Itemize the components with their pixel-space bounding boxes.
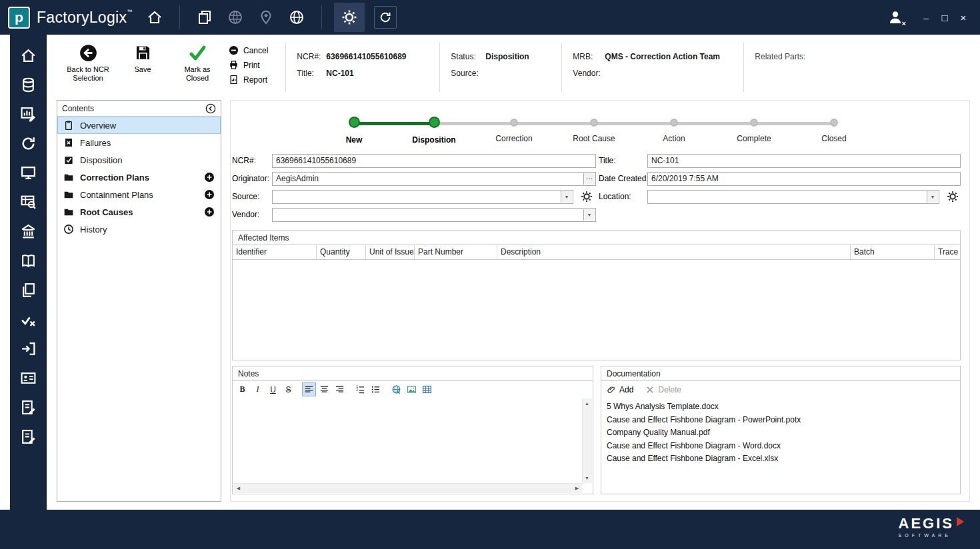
- ncr-input[interactable]: 636966141055610689: [272, 154, 596, 168]
- save-icon: [134, 43, 152, 63]
- location-pin-icon[interactable]: [255, 6, 277, 29]
- contents-item-history[interactable]: History: [57, 221, 221, 238]
- close-button[interactable]: ×: [956, 9, 971, 26]
- web-globe-icon[interactable]: [285, 6, 308, 29]
- delete-x-icon: [645, 385, 655, 394]
- column-quantity[interactable]: Quantity: [317, 245, 366, 259]
- originator-input[interactable]: AegisAdmin…: [272, 172, 596, 186]
- add-containment-plan-button[interactable]: [204, 189, 215, 200]
- network-globe-icon[interactable]: [224, 6, 247, 29]
- add-document-button[interactable]: Add: [607, 385, 633, 394]
- table-icon[interactable]: [420, 382, 434, 396]
- collapse-panel-icon[interactable]: [205, 103, 216, 114]
- sidebar-monitor-icon[interactable]: [19, 164, 39, 182]
- underline-button[interactable]: U: [266, 382, 280, 396]
- date-created-input[interactable]: 6/20/2019 7:55 AM: [647, 172, 961, 186]
- location-dropdown[interactable]: ▼: [647, 190, 939, 204]
- location-settings-gear-icon[interactable]: [947, 191, 959, 203]
- user-logout-icon[interactable]: ×: [884, 6, 907, 29]
- add-root-cause-button[interactable]: [204, 207, 215, 217]
- step-disposition: Disposition: [394, 115, 474, 145]
- sidebar-documents-icon[interactable]: [19, 281, 39, 299]
- cancel-button[interactable]: Cancel: [229, 45, 268, 55]
- column-trace[interactable]: Trace: [935, 245, 960, 259]
- affected-items-title: Affected Items: [233, 231, 960, 245]
- scroll-up-arrow[interactable]: ▲: [582, 398, 592, 408]
- delete-document-button[interactable]: Delete: [645, 385, 681, 394]
- aegis-triangle-icon: [957, 517, 964, 526]
- sidebar-database-icon[interactable]: [19, 76, 39, 94]
- hyperlink-globe-icon[interactable]: [389, 382, 403, 396]
- report-button[interactable]: Report: [229, 75, 268, 85]
- document-item[interactable]: Cause and Effect Fishbone Diagram - Exce…: [607, 452, 955, 466]
- align-center-icon[interactable]: [317, 382, 331, 396]
- contents-item-failures[interactable]: Failures: [57, 134, 221, 151]
- column-description[interactable]: Description: [497, 245, 851, 259]
- document-item[interactable]: Company Quality Manual.pdf: [607, 426, 955, 440]
- originator-browse-button[interactable]: …: [583, 173, 595, 185]
- dropdown-arrow-icon[interactable]: ▼: [583, 209, 595, 221]
- save-button[interactable]: Save: [121, 43, 165, 100]
- notes-horizontal-scrollbar[interactable]: ◀▶: [233, 483, 582, 493]
- step-label: Disposition: [412, 135, 455, 145]
- sidebar-import-icon[interactable]: [19, 340, 39, 358]
- bold-button[interactable]: B: [235, 382, 249, 396]
- contents-item-correction-plans[interactable]: Correction Plans: [57, 169, 221, 186]
- column-batch[interactable]: Batch: [851, 245, 935, 259]
- sync-icon[interactable]: [374, 6, 397, 29]
- contents-item-containment-plans[interactable]: Containment Plans: [57, 186, 221, 203]
- notes-vertical-scrollbar[interactable]: ▲▼: [582, 398, 592, 483]
- step-correction: Correction: [474, 115, 554, 145]
- scroll-right-arrow[interactable]: ▶: [572, 483, 582, 493]
- sidebar-id-card-icon[interactable]: [19, 369, 39, 387]
- step-action: Action: [634, 115, 714, 145]
- home-icon[interactable]: [143, 6, 166, 29]
- dropdown-arrow-icon[interactable]: ▼: [561, 191, 572, 203]
- print-button[interactable]: Print: [229, 60, 268, 70]
- scroll-left-arrow[interactable]: ◀: [233, 483, 243, 493]
- align-left-icon[interactable]: [302, 382, 316, 396]
- sidebar-quality-check-icon[interactable]: [19, 310, 39, 328]
- scroll-down-arrow[interactable]: ▼: [582, 473, 592, 483]
- column-part-number[interactable]: Part Number: [415, 245, 497, 259]
- italic-button[interactable]: I: [251, 382, 265, 396]
- add-correction-plan-button[interactable]: [204, 172, 215, 183]
- vendor-dropdown[interactable]: ▼: [272, 208, 596, 222]
- sidebar-history-refresh-icon[interactable]: [19, 135, 39, 153]
- minimize-button[interactable]: –: [919, 9, 933, 26]
- document-item[interactable]: Cause and Effect Fishbone Diagram - Word…: [607, 440, 955, 453]
- sidebar-data-grid-search-icon[interactable]: [19, 193, 39, 211]
- document-item[interactable]: 5 Whys Analysis Template.docx: [607, 400, 955, 414]
- contents-item-label: History: [80, 225, 107, 235]
- bullet-list-icon[interactable]: [369, 382, 383, 396]
- affected-items-body[interactable]: [233, 260, 960, 360]
- notes-editor[interactable]: ▲▼ ◀▶: [233, 398, 592, 493]
- source-dropdown[interactable]: ▼: [272, 190, 573, 204]
- column-unit-of-issue[interactable]: Unit of Issue: [366, 245, 415, 259]
- contents-item-overview[interactable]: Overview: [57, 117, 221, 134]
- back-to-ncr-selection-button[interactable]: Back to NCR Selection: [66, 43, 110, 100]
- settings-gear-icon[interactable]: [334, 3, 365, 32]
- strikethrough-button[interactable]: S: [281, 382, 295, 396]
- sidebar-book-icon[interactable]: [19, 252, 39, 270]
- maximize-button[interactable]: □: [937, 9, 952, 26]
- numbered-list-icon[interactable]: [353, 382, 367, 396]
- logo-letter: p: [15, 9, 23, 25]
- contents-item-disposition[interactable]: Disposition: [57, 151, 221, 169]
- mark-as-closed-button[interactable]: Mark as Closed: [175, 43, 219, 100]
- document-item[interactable]: Cause and Effect Fishbone Diagram - Powe…: [607, 414, 955, 427]
- sidebar-production-chart-icon[interactable]: [19, 105, 39, 123]
- image-icon[interactable]: [405, 382, 419, 396]
- contents-item-root-causes[interactable]: Root Causes: [57, 203, 221, 221]
- dropdown-arrow-icon[interactable]: ▼: [927, 191, 938, 203]
- align-right-icon[interactable]: [333, 382, 347, 396]
- sidebar-warehouse-icon[interactable]: [19, 223, 39, 241]
- sidebar-home-icon[interactable]: [19, 47, 39, 65]
- title-input[interactable]: NC-101: [647, 154, 961, 168]
- sidebar-notes-edit-icon[interactable]: [19, 428, 39, 446]
- step-dot: [830, 119, 838, 127]
- source-settings-gear-icon[interactable]: [581, 191, 593, 203]
- documents-icon[interactable]: [193, 6, 216, 29]
- column-identifier[interactable]: Identifier: [233, 245, 317, 259]
- sidebar-report-edit-icon[interactable]: [19, 398, 39, 416]
